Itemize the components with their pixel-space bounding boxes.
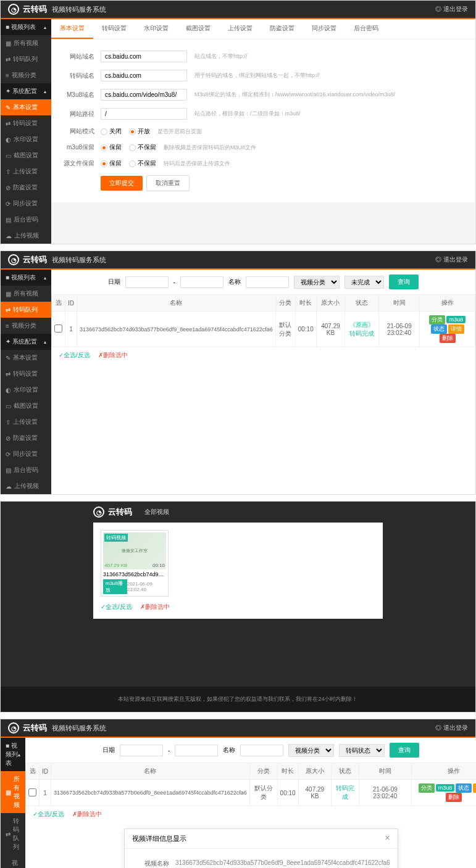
source-yes-radio[interactable]: 保留 (101, 159, 122, 168)
tab-sync[interactable]: 同步设置 (303, 19, 345, 39)
tab-upload[interactable]: 上传设置 (219, 19, 261, 39)
sidebar-item-category[interactable]: ≡ 视频分类 (1, 855, 25, 868)
tab-transcode[interactable]: 转码设置 (93, 19, 135, 39)
sidebar-item-upload-video[interactable]: ☁ 上传视频 (1, 478, 51, 494)
sidebar-group-video[interactable]: ■ 视频列表▴ (1, 738, 25, 771)
m3u8save-yes-radio[interactable]: 保留 (101, 143, 122, 152)
sidebar-item-all-videos[interactable]: ▦ 所有视频 (1, 286, 51, 302)
th-ops: 操作 (420, 295, 475, 312)
logo-text: 云转码 (23, 4, 47, 15)
row-checkbox[interactable] (28, 788, 36, 796)
m3u8save-no-radio[interactable]: 不保留 (129, 143, 156, 152)
sidebar-item-queue[interactable]: ⇄ 转码队列 (1, 813, 25, 855)
status-select[interactable]: 未完成 (344, 276, 384, 289)
mode-on-radio[interactable]: 开放 (129, 127, 150, 136)
op-m3u8[interactable]: m3u8 (446, 316, 466, 323)
sidebar-item-transcode-settings[interactable]: ⇄ 转码设置 (1, 115, 51, 131)
cell-duration: 00:10 (277, 780, 298, 806)
tab-antitheft[interactable]: 防盗设置 (261, 19, 303, 39)
sidebar-item-queue[interactable]: ⇄ 转码队列 (1, 302, 51, 318)
m3u8-input[interactable] (101, 89, 187, 101)
sidebar-item-basic-settings[interactable]: ✎ 基本设置 (1, 99, 51, 115)
sidebar-item-screenshot[interactable]: ▭ 截图设置 (1, 147, 51, 163)
path-input[interactable] (101, 108, 187, 120)
op-category[interactable]: 分类 (429, 315, 445, 324)
sidebar-item-category[interactable]: ≡ 视频分类 (1, 67, 51, 83)
name-input[interactable] (246, 276, 289, 288)
sidebar-item-watermark[interactable]: ◐ 水印设置 (1, 382, 51, 398)
sidebar-group-system[interactable]: ✦ 系统配置▴ (1, 334, 51, 350)
date-to-input[interactable] (180, 276, 223, 288)
sidebar-item-sync[interactable]: ⟳ 同步设置 (1, 196, 51, 212)
sidebar-item-upload-settings[interactable]: ⇧ 上传设置 (1, 163, 51, 180)
select-all-link[interactable]: ✓全选/反选 (33, 811, 64, 817)
sidebar-item-sync[interactable]: ⟳ 同步设置 (1, 446, 51, 462)
sidebar-item-password[interactable]: ▤ 后台密码 (1, 212, 51, 228)
card-duration: 00:10 (152, 563, 165, 568)
sidebar-item-basic[interactable]: ✎ 基本设置 (1, 350, 51, 366)
category-select[interactable]: 视频分类 (294, 276, 340, 289)
video-table: 选 ID 名称 分类 时长 原大小 状态 时间 操作 1 3136673d562… (51, 294, 475, 347)
date-to-input[interactable] (175, 745, 218, 756)
op-delete[interactable]: 删除 (446, 793, 462, 802)
nav-all-videos[interactable]: 全部视频 (144, 508, 169, 516)
sidebar-group-video[interactable]: ■ 视频列表▴ (1, 270, 51, 286)
op-status[interactable]: 状态 (431, 324, 447, 334)
op-status[interactable]: 状态 (456, 783, 472, 793)
sidebar-item-queue[interactable]: ⇄ 转码队列 (1, 51, 51, 67)
tab-screenshot[interactable]: 截图设置 (177, 19, 219, 39)
name-input[interactable] (240, 745, 283, 756)
cell-status: 《原画》转码完成 (345, 312, 379, 347)
logout-link[interactable]: ◎ 退出登录 (435, 724, 468, 732)
delete-selected-link[interactable]: ✗删除选中 (98, 352, 128, 358)
reset-button[interactable]: 取消重置 (146, 175, 190, 191)
action-bar: ✓全选/反选 ✗删除选中 (25, 806, 476, 822)
op-m3u8[interactable]: m3u8 (436, 784, 455, 792)
domain-input[interactable] (101, 51, 187, 62)
op-category[interactable]: 分类 (419, 783, 435, 793)
mode-off-radio[interactable]: 关闭 (101, 127, 122, 136)
select-all-link[interactable]: ✓全选/反选 (101, 603, 132, 610)
sidebar-group-video[interactable]: ■ 视频列表▴ (1, 19, 51, 35)
search-button[interactable]: 查询 (390, 743, 419, 758)
select-all-link[interactable]: ✓全选/反选 (59, 352, 90, 358)
header: ◔云转码 全部视频 (1, 502, 475, 523)
search-button[interactable]: 查询 (389, 275, 419, 289)
date-from-input[interactable] (120, 745, 163, 756)
submit-button[interactable]: 立即提交 (101, 176, 143, 191)
sidebar-item-all-videos[interactable]: ▦ 所有视频 (1, 35, 51, 51)
op-delete[interactable]: 删除 (440, 334, 456, 343)
card-date: 2021-06-09 23:02:40 (127, 581, 166, 592)
action-bar: ✓全选/反选 ✗删除选中 (51, 347, 475, 363)
video-card[interactable]: 转码视频 微微笑工作室 407.29 KB 00:10 3136673d562b… (101, 530, 169, 597)
system-title: 视频转码服务系统 (52, 255, 106, 265)
sidebar-item-upload-settings[interactable]: ⇧ 上传设置 (1, 414, 51, 430)
sidebar-item-screenshot[interactable]: ▭ 截图设置 (1, 398, 51, 414)
sidebar-item-password[interactable]: ▤ 后台密码 (1, 462, 51, 478)
sidebar-item-antitheft[interactable]: ⊘ 防盗设置 (1, 430, 51, 446)
close-icon[interactable]: ✕ (385, 834, 390, 843)
sidebar-group-system[interactable]: ✦ 系统配置▴ (1, 83, 51, 99)
status-select[interactable]: 转码状态 (339, 744, 385, 757)
delete-selected-link[interactable]: ✗删除选中 (140, 603, 170, 610)
transcode-input[interactable] (101, 70, 187, 81)
delete-selected-link[interactable]: ✗删除选中 (72, 811, 102, 817)
sidebar-item-upload-video[interactable]: ☁ 上传视频 (1, 228, 51, 244)
m3u8-badge[interactable]: m3u8播放 (103, 579, 127, 594)
tab-watermark[interactable]: 水印设置 (135, 19, 177, 39)
row-checkbox[interactable] (54, 324, 62, 333)
tab-basic[interactable]: 基本设置 (51, 19, 93, 39)
op-detail[interactable]: 详情 (448, 324, 464, 334)
date-from-input[interactable] (125, 276, 169, 288)
sidebar-item-all-videos[interactable]: ▦ 所有视频 (1, 771, 25, 813)
op-detail[interactable]: 详情 (473, 783, 476, 793)
tab-password[interactable]: 后台密码 (345, 19, 387, 39)
sidebar-item-category[interactable]: ≡ 视频分类 (1, 318, 51, 334)
sidebar-item-transcode[interactable]: ⇄ 转码设置 (1, 366, 51, 382)
category-select[interactable]: 视频分类 (288, 744, 334, 757)
sidebar-item-antitheft[interactable]: ⊘ 防盗设置 (1, 180, 51, 196)
sidebar-item-watermark[interactable]: ◐ 水印设置 (1, 131, 51, 147)
logout-link[interactable]: ◎ 退出登录 (435, 5, 468, 14)
source-no-radio[interactable]: 不保留 (129, 159, 156, 168)
logout-link[interactable]: ◎ 退出登录 (435, 255, 468, 264)
